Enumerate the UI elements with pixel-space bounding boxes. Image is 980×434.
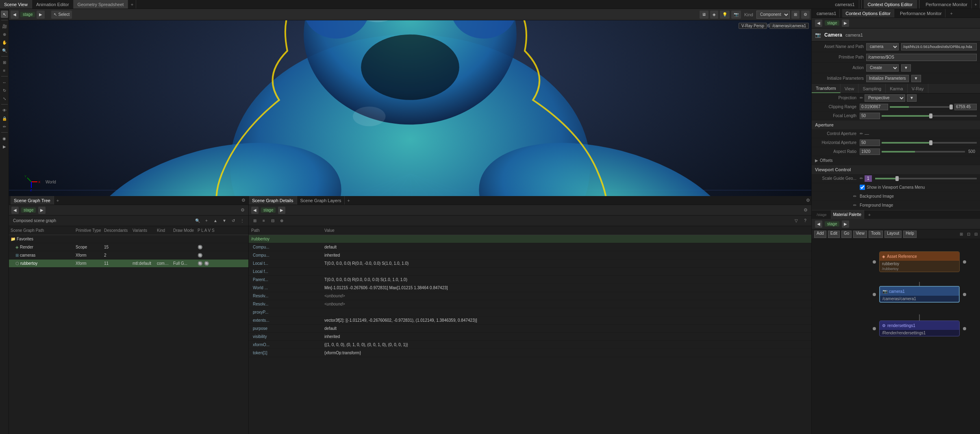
list-item[interactable]: World ... Min[-1.01215 -0.267606 -0.9728… <box>249 284 811 292</box>
horiz-aperture-slider[interactable] <box>882 142 977 144</box>
stage-node-nav-prev[interactable]: ◀ <box>815 220 822 228</box>
camera-tool[interactable]: 🎥 <box>1 22 8 30</box>
lock-tool[interactable]: 🔒 <box>1 115 8 122</box>
list-item[interactable]: proxyP... <box>249 308 811 316</box>
list-item[interactable]: Compu... default <box>249 243 811 251</box>
asset-path-input[interactable] <box>901 43 977 50</box>
list-item[interactable]: Resolv... <unbound> <box>249 300 811 308</box>
snap-tool[interactable]: ⊞ <box>1 59 8 66</box>
list-item[interactable]: Local f... <box>249 268 811 276</box>
primitive-path-input[interactable] <box>866 54 977 61</box>
camera-btn[interactable]: 📷 <box>731 11 741 19</box>
viewport-nav-prev[interactable]: ◀ <box>11 11 19 19</box>
ng-go-btn[interactable]: Go <box>841 231 852 238</box>
node-camera1-box[interactable]: 📷 camera1 /cameras/camera1 <box>879 286 960 303</box>
sg-options-btn[interactable]: ⋮ <box>239 217 246 225</box>
aspect-slider[interactable] <box>882 151 965 153</box>
table-row[interactable]: ⊞ cameras Xform 2 🔘 <box>9 251 248 260</box>
tab-scene-view[interactable]: Scene View <box>0 0 32 9</box>
clipping-min-input[interactable] <box>860 104 888 110</box>
sg-refresh-btn[interactable]: ↺ <box>230 217 237 225</box>
sg-panel-settings[interactable]: ⚙ <box>240 197 247 204</box>
sgd-icon-btn2[interactable]: ≡ <box>260 217 267 225</box>
tab-animation-editor[interactable]: Animation Editor <box>32 0 74 9</box>
rotate-tool[interactable]: ↻ <box>1 87 8 94</box>
sgd-path-header[interactable]: /rubbertoy <box>249 235 811 243</box>
display-options-btn[interactable]: 🖥 <box>700 11 708 19</box>
sgd-icon-btn3[interactable]: ⊟ <box>269 217 276 225</box>
focal-input[interactable] <box>860 113 880 119</box>
rp-nav-prev[interactable]: ◀ <box>815 20 822 27</box>
rp-tab-add[interactable]: + <box>948 9 955 17</box>
shading-btn[interactable]: ◈ <box>710 11 718 19</box>
viewport-nav-next[interactable]: ▶ <box>37 11 45 19</box>
sgd-nav-prev[interactable]: ◀ <box>251 207 259 214</box>
rp-nav-next[interactable]: ▶ <box>842 20 849 27</box>
sgd-rows[interactable]: /rubbertoy Compu... default Compu... inh… <box>249 235 811 434</box>
kind-select[interactable]: Component <box>756 11 790 19</box>
show-viewport-checkbox[interactable] <box>860 185 865 190</box>
ng-fit-icon[interactable]: ⊞ <box>960 232 963 236</box>
node-graph-canvas[interactable]: ◈ Asset Reference rubbertoy /rubbertoy <box>812 239 980 434</box>
sgd-nav-next[interactable]: ▶ <box>278 207 285 214</box>
sgd-icon-btn4[interactable]: ⊕ <box>278 217 285 225</box>
renderer-selector[interactable]: V-Ray Persp <box>739 23 767 29</box>
list-item[interactable]: Resolv... <unbound> <box>249 292 811 300</box>
table-row[interactable]: ⬡ rubbertoy Xform 11 mtl:default compone… <box>9 260 248 268</box>
sg-tab-add[interactable]: + <box>54 196 61 205</box>
list-item[interactable]: purpose default <box>249 325 811 333</box>
sg-expand-btn[interactable]: ▼ <box>221 217 228 225</box>
sgd-settings-icon2[interactable]: ⚙ <box>802 207 809 214</box>
sgd-help-icon[interactable]: ? <box>802 217 809 225</box>
list-item[interactable]: Compu... inherited <box>249 251 811 260</box>
aspect-ratio-input[interactable] <box>860 148 880 155</box>
sg-filter-btn[interactable]: 🔍 <box>194 217 201 225</box>
list-item[interactable]: extents... vector3f[2]: [(-1.012149, -0.… <box>249 316 811 325</box>
rp-tab-perf[interactable]: Performance Monitor <box>897 9 945 17</box>
sg-tree-tab[interactable]: Scene Graph Tree <box>11 196 54 205</box>
init-params-expand[interactable]: ▼ <box>911 75 921 82</box>
horiz-aperture-input[interactable] <box>860 140 880 146</box>
tab-geometry-spreadsheet[interactable]: Geometry Spreadsheet <box>74 0 128 9</box>
ng-grid-icon[interactable]: ⊟ <box>974 232 978 236</box>
node-rs1-box[interactable]: ⚙ rendersettings1 /Render/rendersettings… <box>879 321 960 336</box>
viewport-canvas[interactable]: 169.0% V-Ray Persp /cameras/camera1 X Y … <box>9 20 811 196</box>
projection-dropdown[interactable]: Perspective Orthographic <box>865 94 905 102</box>
list-item[interactable]: Parent... T(0.0, 0.0, 0.0) R(0.0, 0.0, 0… <box>249 276 811 284</box>
cam-tab-view[interactable]: View <box>841 84 859 93</box>
select-tool[interactable]: ↖ <box>1 11 8 18</box>
tab-add-button[interactable]: + <box>128 0 136 9</box>
sgd-tab-add[interactable]: + <box>345 196 352 205</box>
material-palette-tab[interactable]: Material Palette <box>831 210 864 219</box>
stage-node-nav-next[interactable]: ▶ <box>842 220 849 228</box>
render-tool[interactable]: ▶ <box>1 143 8 150</box>
table-row[interactable]: 📁 Favorites <box>9 235 248 243</box>
vp-extra-btn2[interactable]: ⚙ <box>801 11 810 19</box>
asset-name-dropdown[interactable]: camera <box>866 43 899 50</box>
display-tool[interactable]: ◉ <box>1 135 8 142</box>
grid-tool[interactable]: ≡ <box>1 67 8 74</box>
cam-tab-sampling[interactable]: Sampling <box>858 84 886 93</box>
ng-layout-btn[interactable]: Layout <box>884 231 902 238</box>
offsets-row[interactable]: ▶ Offsets <box>812 156 980 165</box>
camera-selector[interactable]: /cameras/camera1 <box>769 23 809 29</box>
clipping-max-input[interactable] <box>954 104 977 110</box>
ng-view-btn[interactable]: View <box>853 231 867 238</box>
edit-tool[interactable]: ✏ <box>1 123 8 130</box>
tab-context-options[interactable]: Context Options Editor <box>864 0 917 9</box>
sg-collapse-btn[interactable]: ▲ <box>212 217 219 225</box>
zoom-tool[interactable]: 🔍 <box>1 47 8 54</box>
tab-cameras1[interactable]: cameras1 <box>831 0 859 9</box>
rp-tab-context[interactable]: Context Options Editor <box>842 9 894 17</box>
lighting-btn[interactable]: 💡 <box>720 11 730 19</box>
ng-add-btn[interactable]: Add <box>814 231 826 238</box>
material-tab-add[interactable]: + <box>866 210 873 219</box>
focal-slider[interactable] <box>882 115 977 117</box>
action-expand-btn[interactable]: ▼ <box>901 64 911 72</box>
pan-tool[interactable]: ✋ <box>1 39 8 46</box>
node-rubbertoy-box[interactable]: ◈ Asset Reference rubbertoy /rubbertoy <box>879 251 960 272</box>
node-rubbertoy[interactable]: ◈ Asset Reference rubbertoy /rubbertoy <box>873 251 966 272</box>
table-row[interactable]: ◈ Render Scope 15 🔘 <box>9 243 248 251</box>
projection-expand[interactable]: ▼ <box>907 94 917 102</box>
scale-guide-slider[interactable] <box>875 178 977 179</box>
